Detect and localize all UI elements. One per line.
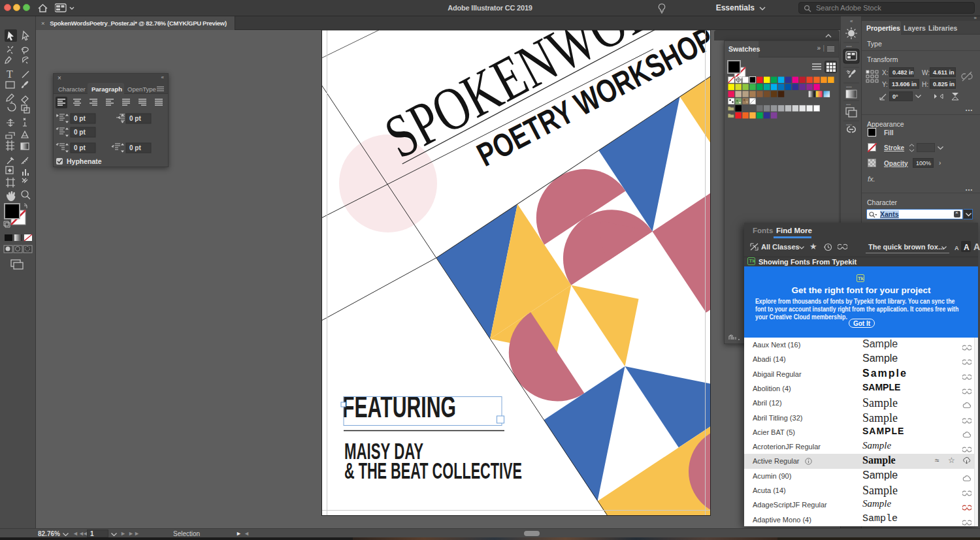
svg-text:FEATURING: FEATURING [342,389,456,424]
svg-text:0 pt: 0 pt [129,144,141,151]
svg-text:& THE BEAT COLLECTIVE: & THE BEAT COLLECTIVE [344,458,522,483]
svg-text:0 pt: 0 pt [74,115,86,122]
svg-text:T: T [7,69,13,80]
svg-text:0 pt: 0 pt [129,115,141,122]
svg-text:••••: •••• [846,103,851,106]
svg-text:0 pt: 0 pt [74,129,86,136]
svg-text:•••••: ••••• [846,44,852,48]
svg-text:•••••: ••••• [846,123,852,127]
svg-text:•••••: ••••• [846,85,852,89]
svg-text:«: « [850,18,853,24]
svg-text:Hyphenate: Hyphenate [67,157,102,165]
svg-text:0 pt: 0 pt [74,144,86,151]
